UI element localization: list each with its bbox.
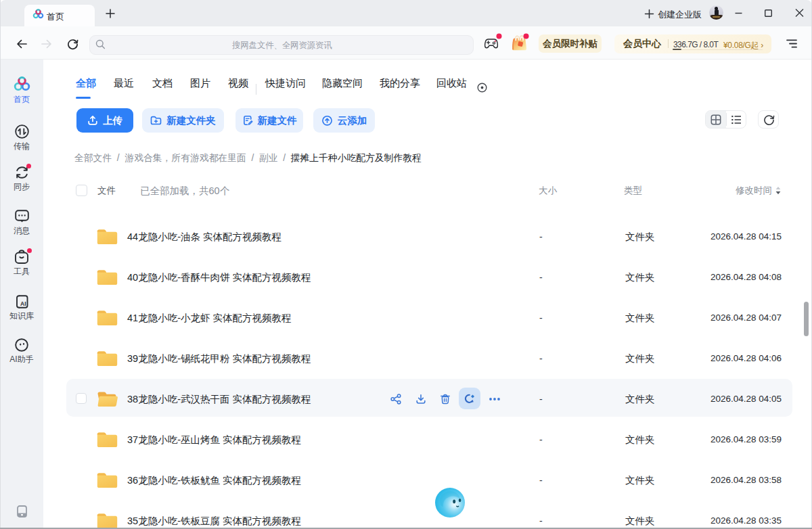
svg-text:AI: AI (20, 300, 26, 307)
